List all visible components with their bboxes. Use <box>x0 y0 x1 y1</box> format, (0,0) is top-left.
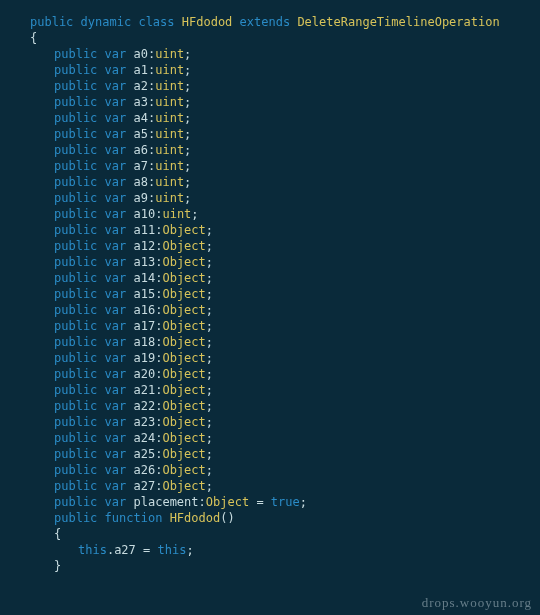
watermark-text: drops.wooyun.org <box>422 595 532 611</box>
keyword-var: var <box>105 47 127 61</box>
keyword-var: var <box>105 271 127 285</box>
keyword-public: public <box>54 303 97 317</box>
keyword-public: public <box>54 351 97 365</box>
type-uint: uint <box>155 127 184 141</box>
code-line: public var a11:Object; <box>6 222 534 238</box>
ctor-brace-close: } <box>54 559 61 573</box>
keyword-var: var <box>105 431 127 445</box>
keyword-public: public <box>54 511 97 525</box>
code-line: this.a27 = this; <box>6 542 534 558</box>
type-object: Object <box>206 495 249 509</box>
keyword-var: var <box>105 367 127 381</box>
keyword-public: public <box>54 255 97 269</box>
var-placement: placement <box>134 495 199 509</box>
keyword-var: var <box>105 447 127 461</box>
keyword-public: public <box>54 495 97 509</box>
keyword-var: var <box>105 415 127 429</box>
keyword-var: var <box>105 479 127 493</box>
type-object: Object <box>162 239 205 253</box>
keyword-public: public <box>54 111 97 125</box>
type-object: Object <box>162 319 205 333</box>
var-a2: a2 <box>134 79 148 93</box>
var-a11: a11 <box>134 223 156 237</box>
ctor-brace-open: { <box>54 527 61 541</box>
keyword-var: var <box>105 191 127 205</box>
keyword-var: var <box>105 127 127 141</box>
var-a0: a0 <box>134 47 148 61</box>
keyword-public: public <box>54 415 97 429</box>
var-a19: a19 <box>134 351 156 365</box>
code-line: public var a21:Object; <box>6 382 534 398</box>
code-line: public var a3:uint; <box>6 94 534 110</box>
type-object: Object <box>162 367 205 381</box>
var-a7: a7 <box>134 159 148 173</box>
keyword-public: public <box>54 47 97 61</box>
var-a26: a26 <box>134 463 156 477</box>
var-a4: a4 <box>134 111 148 125</box>
literal-true: true <box>271 495 300 509</box>
type-object: Object <box>162 479 205 493</box>
keyword-public: public <box>54 399 97 413</box>
type-object: Object <box>162 415 205 429</box>
keyword-var: var <box>105 239 127 253</box>
base-class: DeleteRangeTimelineOperation <box>297 15 499 29</box>
keyword-public: public <box>54 143 97 157</box>
type-uint: uint <box>155 175 184 189</box>
keyword-var: var <box>105 287 127 301</box>
keyword-public: public <box>54 367 97 381</box>
keyword-public: public <box>54 447 97 461</box>
keyword-var: var <box>105 383 127 397</box>
keyword-var: var <box>105 463 127 477</box>
code-line: public var a6:uint; <box>6 142 534 158</box>
code-line: public var a13:Object; <box>6 254 534 270</box>
keyword-public: public <box>54 191 97 205</box>
code-line: public dynamic class HFdodod extends Del… <box>6 14 534 30</box>
var-a20: a20 <box>134 367 156 381</box>
type-uint: uint <box>155 79 184 93</box>
type-uint: uint <box>155 47 184 61</box>
code-line: public var a17:Object; <box>6 318 534 334</box>
var-a13: a13 <box>134 255 156 269</box>
type-object: Object <box>162 271 205 285</box>
keyword-public: public <box>54 271 97 285</box>
type-object: Object <box>162 223 205 237</box>
keyword-public: public <box>54 463 97 477</box>
class-name: HFdodod <box>182 15 233 29</box>
keyword-public: public <box>54 319 97 333</box>
keyword-public: public <box>54 287 97 301</box>
keyword-class: class <box>138 15 174 29</box>
code-line: public var a10:uint; <box>6 206 534 222</box>
keyword-var: var <box>105 63 127 77</box>
type-uint: uint <box>155 143 184 157</box>
var-a25: a25 <box>134 447 156 461</box>
code-line: { <box>6 30 534 46</box>
var-a5: a5 <box>134 127 148 141</box>
var-a24: a24 <box>134 431 156 445</box>
keyword-public: public <box>54 223 97 237</box>
var-a18: a18 <box>134 335 156 349</box>
code-line: public var a18:Object; <box>6 334 534 350</box>
type-uint: uint <box>155 63 184 77</box>
code-line: public var a27:Object; <box>6 478 534 494</box>
var-a12: a12 <box>134 239 156 253</box>
code-line: public var a16:Object; <box>6 302 534 318</box>
keyword-public: public <box>54 79 97 93</box>
code-line: public var a23:Object; <box>6 414 534 430</box>
var-a27: a27 <box>134 479 156 493</box>
keyword-var: var <box>105 319 127 333</box>
type-uint: uint <box>162 207 191 221</box>
code-line: public var a26:Object; <box>6 462 534 478</box>
code-line: public var a22:Object; <box>6 398 534 414</box>
code-line: public var a1:uint; <box>6 62 534 78</box>
keyword-var: var <box>105 351 127 365</box>
var-a9: a9 <box>134 191 148 205</box>
var-a15: a15 <box>134 287 156 301</box>
this-ref-rhs: this <box>158 543 187 557</box>
code-line: public var a15:Object; <box>6 286 534 302</box>
var-a14: a14 <box>134 271 156 285</box>
type-object: Object <box>162 463 205 477</box>
keyword-public: public <box>54 127 97 141</box>
var-a21: a21 <box>134 383 156 397</box>
keyword-public: public <box>54 335 97 349</box>
this-ref: this <box>78 543 107 557</box>
